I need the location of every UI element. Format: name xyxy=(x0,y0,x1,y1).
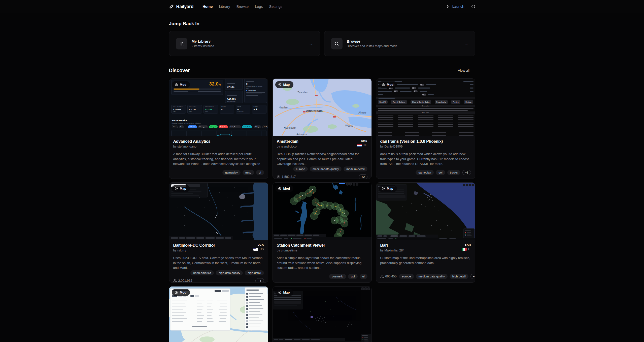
map-badge: Map xyxy=(275,289,293,296)
browse-card[interactable]: Browse Discover and install maps and mod… xyxy=(324,31,475,56)
card-title: Baltimore-DC Corridor xyxy=(173,243,215,248)
cube-icon xyxy=(175,291,178,294)
browse-icon-tile xyxy=(331,38,343,49)
my-library-title: My Library xyxy=(192,39,214,43)
nav-item-home[interactable]: Home xyxy=(202,5,213,9)
svg-text:Weesp: Weesp xyxy=(345,124,353,127)
tag: cosmetic xyxy=(329,274,346,279)
refresh-icon xyxy=(471,5,475,9)
map-pin-icon xyxy=(175,187,178,190)
tag: qol xyxy=(436,170,445,175)
card-station-catchment[interactable]: Mod xyxy=(273,182,372,283)
nav-item-settings[interactable]: Settings xyxy=(269,5,282,9)
tag: high-detail xyxy=(245,270,264,275)
tag: gameplay xyxy=(416,170,434,175)
svg-text:Aalsmeer: Aalsmeer xyxy=(296,133,307,136)
play-icon xyxy=(446,5,450,9)
card-title: Bari xyxy=(380,243,405,248)
throughput-panel: 146,129 daily capacity xyxy=(225,91,243,103)
it-flag-icon xyxy=(462,248,467,251)
card-partial-map[interactable]: Map xyxy=(273,286,372,342)
arrow-right-icon: → xyxy=(464,41,468,46)
card-description: danTrains is a train pack mod which allo… xyxy=(380,152,471,166)
card-amsterdam[interactable]: Map xyxy=(273,78,372,179)
bari-map-thumbnail: Map xyxy=(376,183,475,240)
search-icon xyxy=(334,41,339,46)
cube-icon xyxy=(278,187,282,190)
light-map-thumbnail: Mod xyxy=(169,287,268,342)
card-bari[interactable]: Map xyxy=(376,182,475,283)
card-title: danTrains (Version 1.0.0 Phoenix) xyxy=(380,139,443,144)
ridership-panel: 47,184 xyxy=(225,79,243,90)
users-icon xyxy=(380,275,384,278)
tag: misc xyxy=(243,170,254,175)
brand-name: Railyard xyxy=(176,4,194,9)
browse-subtitle: Discover and install maps and mods xyxy=(347,44,397,48)
svg-text:Zaandam: Zaandam xyxy=(297,91,308,94)
tag: ui xyxy=(360,274,367,279)
more-tags-pill: +3 xyxy=(255,278,264,283)
route-info-panel: 0 Current Day 4 · In service 7 days Heav… xyxy=(244,79,267,103)
my-library-subtitle: 2 items installed xyxy=(192,44,214,48)
population: 2,001,962 xyxy=(173,279,192,282)
my-library-card[interactable]: My Library 2 items installed → xyxy=(169,31,320,56)
browse-title: Browse xyxy=(347,39,397,43)
brand[interactable]: Railyard xyxy=(169,4,194,9)
svg-text:Haarlem: Haarlem xyxy=(279,106,288,109)
tag: europe xyxy=(399,274,414,279)
map-pin-icon xyxy=(382,187,385,190)
nl-flag-icon xyxy=(357,144,362,147)
tag: medium-data-quality xyxy=(310,166,342,172)
library-icon xyxy=(179,41,184,46)
config-buttons: Reset All Turn off Switches Show all Ser… xyxy=(378,100,473,104)
nav-links: Home Library Browse Logs Settings xyxy=(202,5,282,9)
advanced-analytics-thumbnail: Mod 32.0% 47,184 146,129 xyxy=(169,79,268,136)
map-badge: Map xyxy=(379,185,397,192)
card-advanced-analytics[interactable]: Mod 32.0% 47,184 146,129 xyxy=(169,78,268,179)
tag: gameplay xyxy=(222,170,241,175)
tag: high-data-quality xyxy=(216,270,243,275)
launch-button[interactable]: Launch xyxy=(446,5,464,9)
card-author: by crumpetime xyxy=(277,249,325,252)
card-author: by ryandicicco xyxy=(277,145,298,148)
nav-item-browse[interactable]: Browse xyxy=(236,5,249,9)
tag: europe xyxy=(293,166,308,172)
baltimore-map-thumbnail: Map xyxy=(169,183,268,240)
mod-badge: Mod xyxy=(172,289,190,296)
card-dantrains[interactable]: Mod Reset All Turn off Switches Show all… xyxy=(376,78,475,179)
svg-text:Amsterdam: Amsterdam xyxy=(306,109,323,113)
stat-boxes: Daily Revenue13.58M/day Daily Cost8.21M/… xyxy=(171,105,266,113)
top-nav: Railyard Home Library Browse Logs Settin… xyxy=(0,0,644,13)
card-description: Custom map of the Bari metropolitan area… xyxy=(380,255,471,265)
map-badge: Map xyxy=(275,81,293,88)
tag: tracks xyxy=(447,170,461,175)
nav-item-logs[interactable]: Logs xyxy=(255,5,263,9)
map-pin-icon xyxy=(278,291,282,294)
arrow-right-icon: → xyxy=(309,41,313,46)
mod-badge: Mod xyxy=(275,185,294,192)
view-all-label: View all xyxy=(458,69,469,72)
view-all-link[interactable]: View all → xyxy=(458,69,475,72)
railyard-logo-icon xyxy=(169,4,174,9)
card-author: by Maximilian284 xyxy=(380,249,405,252)
more-tags-pill: +1 xyxy=(462,170,471,175)
refresh-button[interactable] xyxy=(471,5,475,9)
card-title: Station Catchment Viewer xyxy=(277,243,325,248)
amsterdam-map-thumbnail: Map xyxy=(273,79,371,136)
route-metrics-heading: Route Metrics Historical trends for key … xyxy=(172,119,201,124)
card-baltimore-dc[interactable]: Map xyxy=(169,182,268,283)
nav-item-library[interactable]: Library xyxy=(219,5,230,9)
more-tags-pill: +4 xyxy=(470,274,475,279)
tag: ui xyxy=(256,170,264,175)
more-tags-pill: +2 xyxy=(359,174,367,179)
us-flag-icon xyxy=(253,248,258,251)
airport-code: DCA xyxy=(253,243,264,246)
svg-text:Hoofddorp: Hoofddorp xyxy=(284,126,296,129)
airport-code: AMS xyxy=(357,139,367,142)
route-metrics-chart xyxy=(171,130,266,136)
card-partial-mod[interactable]: Mod xyxy=(169,286,268,342)
population: 660,455 xyxy=(380,275,397,278)
arrow-right-icon: → xyxy=(472,69,475,72)
discover-grid: Mod 32.0% 47,184 146,129 xyxy=(169,78,475,342)
card-author: by stefanorigano xyxy=(173,145,211,148)
